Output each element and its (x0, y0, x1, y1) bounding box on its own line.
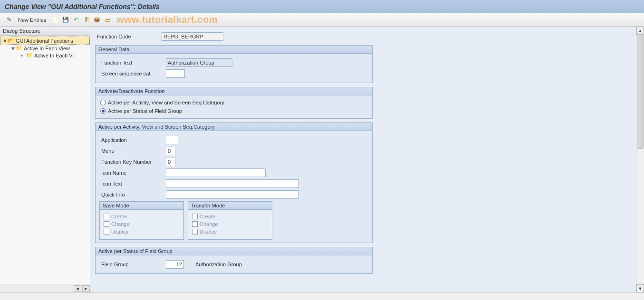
screen-seq-label: Screen sequence cat. (99, 71, 166, 76)
tree-label: Active In Each Vi (34, 53, 74, 58)
transfer-display-checkbox[interactable]: Display (192, 228, 268, 235)
select-all-icon[interactable] (93, 16, 101, 24)
per-activity-title: Active per Activity, View and Screen Seq… (96, 123, 372, 131)
sidebar-header: Dialog Structure (0, 27, 90, 36)
radio-icon (100, 100, 106, 105)
sidebar-footer: ⋯⋯ ◄ ► (0, 284, 90, 292)
copy-icon[interactable] (51, 16, 59, 24)
content-area: Dialog Structure ▼ GUI Additional Functi… (0, 27, 644, 292)
radio-label: Active per Status of Field Group (108, 108, 182, 114)
dialog-structure-tree: ▼ GUI Additional Functions ▼ Active In E… (0, 36, 90, 284)
folder-closed-icon (26, 52, 34, 58)
icon-text-input[interactable] (166, 179, 299, 188)
expander-icon[interactable]: ▼ (2, 38, 7, 44)
function-text-label: Function Text (99, 60, 166, 66)
scroll-thumb[interactable] (637, 35, 644, 149)
tree-label: GUI Additional Functions (16, 38, 73, 44)
general-data-title: General Data (96, 46, 372, 54)
main-panel: Function Code General Data Function Text… (90, 27, 636, 292)
checkbox-label: Display (200, 229, 217, 234)
menu-input[interactable] (166, 147, 175, 155)
save-mode-title: Save Mode (100, 202, 183, 210)
toggle-edit-icon[interactable] (5, 16, 13, 24)
save-mode-box: Save Mode Create Change Display (99, 201, 184, 240)
function-code-input[interactable] (162, 32, 223, 41)
icon-text-label: Icon Text (99, 181, 166, 187)
per-activity-group: Active per Activity, View and Screen Seq… (95, 122, 373, 243)
scroll-up-icon[interactable]: ▲ (636, 27, 644, 35)
sidebar: Dialog Structure ▼ GUI Additional Functi… (0, 27, 90, 292)
icon-name-label: Icon Name (99, 170, 166, 176)
function-code-row: Function Code (95, 32, 631, 41)
radio-active-per-status[interactable]: Active per Status of Field Group (99, 107, 368, 115)
transfer-mode-box: Transfer Mode Create Change Display (188, 201, 272, 240)
page-title: Change View "GUI Additional Functions": … (5, 3, 160, 10)
fkey-label: Function Key Number (99, 159, 166, 165)
function-code-label: Function Code (95, 34, 162, 39)
quick-info-input[interactable] (166, 190, 299, 199)
checkbox-label: Display (111, 229, 128, 234)
save-icon[interactable] (61, 16, 70, 24)
checkbox-icon (104, 229, 109, 234)
undo-icon[interactable] (72, 16, 80, 24)
tree-node-active-in-each-vi[interactable]: • Active In Each Vi (0, 52, 90, 59)
transfer-create-checkbox[interactable]: Create (192, 213, 268, 220)
screen-seq-input[interactable] (166, 69, 185, 78)
quick-info-label: Quick Info (99, 192, 166, 197)
save-create-checkbox[interactable]: Create (104, 213, 180, 220)
sidebar-resize-handle[interactable]: ⋯⋯ (0, 285, 73, 291)
general-data-group: General Data Function Text Screen sequen… (95, 45, 373, 83)
function-text-input[interactable] (166, 58, 232, 67)
expander-icon[interactable]: ▼ (10, 46, 15, 51)
checkbox-label: Change (111, 221, 130, 227)
menu-label: Menu (99, 148, 166, 154)
new-entries-button[interactable]: New Entries (15, 16, 49, 24)
transfer-change-checkbox[interactable]: Change (192, 220, 268, 228)
checkbox-icon (104, 214, 109, 219)
application-label: Application (99, 137, 166, 143)
checkbox-label: Change (200, 221, 218, 227)
transport-icon[interactable] (103, 16, 112, 24)
scroll-left-icon[interactable]: ◄ (74, 285, 81, 292)
checkbox-icon (104, 221, 109, 227)
tree-node-active-in-each-view[interactable]: ▼ Active In Each View (0, 45, 90, 52)
folder-open-icon (8, 38, 16, 44)
checkbox-label: Create (200, 214, 215, 219)
activate-group: Activate/Deactivate Function Active per … (95, 87, 373, 119)
scroll-track[interactable] (636, 35, 644, 284)
save-change-checkbox[interactable]: Change (104, 220, 180, 228)
status-bar (0, 292, 644, 300)
activate-title: Activate/Deactivate Function (96, 87, 372, 95)
toolbar: New Entries www.tutorialkart.com (0, 13, 644, 27)
radio-icon (100, 108, 106, 114)
save-display-checkbox[interactable]: Display (104, 228, 180, 235)
folder-closed-icon (16, 45, 24, 51)
scroll-down-icon[interactable]: ▼ (636, 284, 644, 292)
checkbox-label: Create (111, 214, 127, 219)
leaf-icon: • (21, 53, 26, 58)
watermark: www.tutorialkart.com (116, 14, 218, 25)
field-group-label: Field Group (99, 262, 166, 267)
vertical-scrollbar[interactable]: ▲ ▼ (636, 27, 644, 292)
per-status-group: Active per Status of Field Group Field G… (95, 247, 373, 274)
tree-label: Active In Each View (24, 46, 70, 51)
radio-active-per-activity[interactable]: Active per Activity, View and Screen Seq… (99, 98, 368, 107)
checkbox-icon (192, 229, 198, 234)
per-status-title: Active per Status of Field Group (96, 247, 372, 255)
fkey-input[interactable] (166, 158, 175, 166)
icon-name-input[interactable] (166, 169, 266, 177)
checkbox-icon (192, 214, 198, 219)
field-group-text: Authorization Group (195, 262, 242, 267)
radio-label: Active per Activity, View and Screen Seq… (108, 100, 224, 105)
application-input[interactable] (166, 136, 178, 144)
checkbox-icon (192, 221, 198, 227)
title-bar: Change View "GUI Additional Functions": … (0, 0, 644, 13)
tree-node-gui-additional-functions[interactable]: ▼ GUI Additional Functions (0, 37, 90, 45)
transfer-mode-title: Transfer Mode (188, 202, 272, 210)
scroll-right-icon[interactable]: ► (82, 285, 90, 292)
delimit-icon[interactable] (82, 16, 91, 24)
field-group-input[interactable] (166, 260, 184, 269)
